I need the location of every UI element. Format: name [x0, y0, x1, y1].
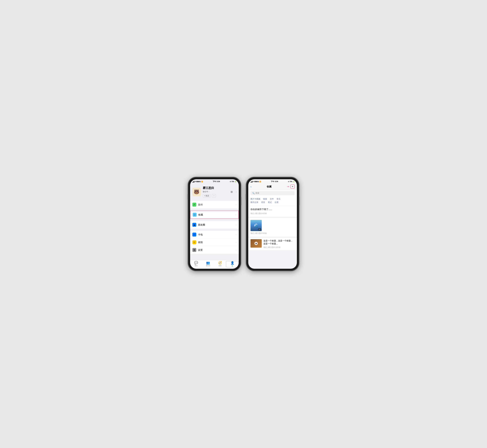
menu-section-payment: ✓ 支付 › [190, 201, 239, 208]
divider-2 [190, 209, 239, 211]
phone-1: 中国移动 📶 下午 3:34 ⊙ 73% 🔋 🐻 [188, 177, 241, 271]
tab-discover[interactable]: 🧭 发现 [214, 261, 226, 267]
profile-header[interactable]: 🐻 雾江思归 微信号： + 状态 ··· ⊞ › [190, 183, 239, 200]
stickers-label: 表情 [198, 241, 236, 244]
filter-row-2: 聊天记录 语音 笔记 位置 [250, 201, 295, 204]
filter-music[interactable]: 音乐 [277, 198, 281, 200]
settings-label: 设置 [198, 248, 236, 252]
search-bar: 🔍 搜索 [248, 190, 297, 196]
contacts-tab-label: 通讯录 [206, 265, 210, 267]
filter-location[interactable]: 位置 [275, 201, 279, 204]
stickers-chevron: › [236, 241, 237, 243]
image-thumb: 🌊 (2) [250, 220, 262, 231]
wallet-chevron: › [236, 233, 237, 236]
moments-label: 朋友圈 [198, 223, 236, 226]
search-input[interactable]: 🔍 搜索 [250, 191, 295, 195]
payment-chevron: › [236, 203, 237, 206]
filter-tabs: 图片与视频 链接 文件 音乐 聊天记录 语音 笔记 位置 [248, 196, 297, 206]
collection-item-2[interactable]: 🌊 (2) 笔记 | 雾江思归 9天前 [248, 218, 297, 237]
video-info: 这是一个标题，这是一个标题，这是一个标题... 笔记 | 雾江思归 12天前 [263, 239, 295, 248]
menu-section-favorites: ⬡ 收藏 › [190, 211, 239, 219]
filter-voice[interactable]: 语音 [261, 201, 265, 204]
menu-item-favorites[interactable]: ⬡ 收藏 › [190, 211, 239, 218]
settings-icon: ⚙ [192, 248, 196, 252]
discover-tab-label: 发现 [219, 265, 221, 267]
note-text-1: 你在的城市下雨了...... [250, 208, 295, 211]
tab-me[interactable]: 👤 我 [226, 261, 239, 267]
add-status-button[interactable]: + 状态 [203, 194, 210, 198]
wechat-tab-icon: 💬 [194, 261, 198, 264]
filter-chat-history[interactable]: 聊天记录 [250, 201, 258, 204]
me-tab-label: 我 [231, 265, 233, 267]
divider-4 [190, 230, 239, 231]
filter-row-1: 图片与视频 链接 文件 音乐 [250, 198, 295, 200]
battery-icon: 🔋 [235, 181, 237, 182]
wifi-icon: 📶 [201, 181, 203, 182]
search-placeholder: 搜索 [256, 192, 259, 194]
carrier-wifi: 中国移动 📶 [192, 181, 203, 183]
nav-bar: ‹ 收藏 ⇒ + [248, 183, 297, 190]
menu-section-wallet: ▭ 卡包 › ☺ 表情 › ⚙ 设置 › [190, 231, 239, 254]
battery-area: ⊙ 73% 🔋 [230, 181, 237, 182]
payment-label: 支付 [198, 203, 236, 206]
divider-3 [190, 220, 239, 221]
moments-chevron: › [236, 224, 237, 226]
menu-item-moments[interactable]: ⛰ 朋友圈 › [190, 221, 239, 229]
tab-wechat[interactable]: 💬 微信 [190, 261, 202, 267]
filter-files[interactable]: 文件 [270, 198, 274, 200]
battery-area-2: ⊙ 73% 🔋 [288, 181, 295, 182]
qr-icon[interactable]: ⊞ [229, 190, 234, 194]
status-bar-2: 中国移动 📶 下午 3:34 ⊙ 73% 🔋 [248, 179, 297, 183]
wallet-icon: ▭ [192, 233, 196, 237]
menu-item-settings[interactable]: ⚙ 设置 › [190, 246, 239, 254]
menu-item-stickers[interactable]: ☺ 表情 › [190, 239, 239, 246]
signal-icon [192, 181, 194, 183]
video-meta: 笔记 | 雾江思归 12天前 [263, 246, 295, 248]
collection-item-3[interactable]: ▶ 这是一个标题，这是一个标题，这是一个标题... 笔记 | 雾江思归 12天前 [248, 238, 297, 250]
menu-item-wallet[interactable]: ▭ 卡包 › [190, 231, 239, 239]
image-meta: 笔记 | 雾江思归 9天前 [250, 232, 295, 235]
profile-info: 雾江思归 微信号： + 状态 ··· [203, 186, 227, 198]
carrier-wifi-2: 中国移动 📶 [250, 181, 261, 183]
tab-bar: 💬 微信 👥 通讯录 🧭 发现 👤 我 [190, 260, 239, 269]
status-bar-1: 中国移动 📶 下午 3:34 ⊙ 73% 🔋 [190, 179, 239, 183]
collection-item-1[interactable]: 你在的城市下雨了...... 笔记 | 雾江思归 8天前 [248, 206, 297, 217]
add-button[interactable]: + [290, 184, 295, 189]
moments-icon: ⛰ [192, 223, 196, 227]
favorites-chevron: › [236, 214, 236, 216]
profile-chevron: › [236, 191, 237, 193]
settings-chevron: › [236, 249, 237, 251]
list-divider-1 [248, 217, 297, 218]
more-button[interactable]: ··· [212, 194, 216, 198]
filter-images-video[interactable]: 图片与视频 [250, 198, 260, 200]
battery-icon-2: 🔋 [293, 181, 295, 182]
carrier-label: 中国移动 [195, 181, 201, 183]
phone-2: 中国移动 📶 下午 3:34 ⊙ 73% 🔋 ‹ 收藏 ⇒ + [246, 177, 299, 271]
menu-item-payment[interactable]: ✓ 支付 › [190, 201, 239, 208]
filter-notes[interactable]: 笔记 [268, 201, 272, 204]
back-button[interactable]: ‹ [250, 185, 251, 188]
search-icon: 🔍 [252, 192, 255, 194]
play-button-icon: ▶ [255, 242, 258, 245]
location-icon-2: ⊙ [288, 181, 289, 182]
avatar[interactable]: 🐻 [192, 188, 201, 196]
content-spacer [190, 255, 239, 260]
time-label: 下午 3:34 [213, 180, 220, 183]
battery-label-2: 73% [289, 181, 292, 182]
me-tab-icon: 👤 [231, 261, 234, 264]
video-title: 这是一个标题，这是一个标题，这是一个标题... [263, 239, 295, 245]
tab-contacts[interactable]: 👥 通讯录 [202, 261, 214, 267]
profile-name: 雾江思归 [203, 186, 227, 190]
location-icon: ⊙ [230, 181, 231, 182]
payment-icon: ✓ [192, 203, 196, 207]
image-count: (2) [258, 228, 261, 231]
list-divider-2 [248, 237, 297, 238]
note-meta-1: 笔记 | 雾江思归 8天前 [250, 212, 295, 215]
filter-links[interactable]: 链接 [263, 198, 267, 200]
contacts-tab-icon: 👥 [206, 261, 210, 264]
divider-1 [190, 200, 239, 201]
signal-icon-2 [250, 181, 253, 183]
menu-section-moments: ⛰ 朋友圈 › [190, 221, 239, 229]
stickers-icon: ☺ [192, 240, 196, 244]
discover-tab-icon: 🧭 [218, 261, 222, 264]
